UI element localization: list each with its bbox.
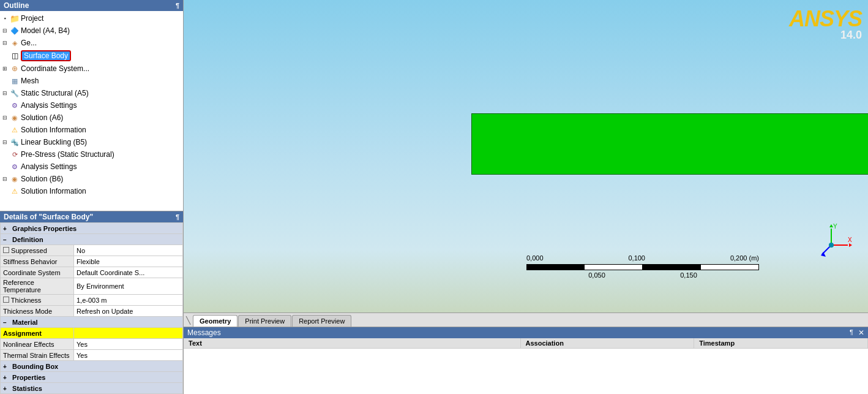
label-linear-buckling: Linear Buckling (B5) (21, 138, 87, 146)
value-thermal-strain[interactable]: Yes (74, 350, 183, 361)
outline-tree: ▪ 📁 Project ⊟ 🔷 Model (A4, B4) ⊟ ◈ Ge... (0, 11, 183, 211)
messages-pin[interactable]: ¶ (850, 328, 853, 337)
details-header: Details of "Surface Body" ¶ (0, 211, 183, 222)
row-stiffness: Stiffness Behavior Flexible (1, 256, 183, 267)
tree-item-solution-info-2[interactable]: ⚠ Solution Information (0, 185, 183, 197)
tree-item-model[interactable]: ⊟ 🔷 Model (A4, B4) (0, 25, 183, 37)
messages-body (184, 349, 868, 394)
tab-print-preview[interactable]: Print Preview (238, 315, 291, 327)
label-thickness-mode: Thickness Mode (1, 306, 74, 317)
details-content: + Graphics Properties − Definition Suppr… (0, 222, 183, 394)
tree-item-coordinate[interactable]: ⊞ ⊕ Coordinate System... (0, 63, 183, 75)
messages-title: Messages (187, 328, 221, 337)
tree-item-geometry[interactable]: ⊟ ◈ Ge... (0, 37, 183, 49)
scale-label-150: 0,150 (680, 271, 697, 279)
row-coordinate: Coordinate System Default Coordinate S..… (1, 267, 183, 278)
value-ref-temp[interactable]: By Environment (74, 278, 183, 295)
expand-buckling[interactable]: ⊟ (1, 138, 9, 146)
expand-solution-b6[interactable]: ⊟ (1, 175, 9, 183)
tree-item-prestress[interactable]: ⟳ Pre-Stress (Static Structural) (0, 148, 183, 161)
tab-geometry[interactable]: Geometry (193, 315, 238, 327)
label-prestress: Pre-Stress (Static Structural) (21, 150, 114, 159)
checkbox-thickness[interactable] (3, 297, 9, 303)
scale-labels-bottom: 0,050 0,150 (526, 271, 759, 279)
scale-label-050: 0,050 (588, 271, 605, 279)
expand-geometry[interactable]: ⊟ (1, 39, 9, 47)
messages-col-timestamp: Timestamp (694, 338, 868, 348)
value-thickness[interactable]: 1,e-003 m (74, 295, 183, 306)
section-definition[interactable]: − Definition (1, 234, 183, 245)
expand-material-icon[interactable]: − (3, 319, 10, 326)
outline-pin[interactable]: ¶ (176, 2, 179, 9)
tree-item-surface-body[interactable]: ◫ Surface Body (0, 49, 183, 63)
messages-close[interactable]: ✕ (858, 328, 864, 337)
axis-svg: X Y (810, 224, 853, 267)
tab-report-preview[interactable]: Report Preview (292, 315, 351, 327)
expand-definition-icon[interactable]: − (3, 237, 10, 243)
label-solution-b6: Solution (B6) (21, 175, 63, 183)
viewport-tabs: ╲ Geometry Print Preview Report Preview (184, 313, 868, 327)
section-properties[interactable]: + Properties (1, 372, 183, 383)
details-pin[interactable]: ¶ (176, 213, 179, 221)
tree-item-solution-info-1[interactable]: ⚠ Solution Information (0, 124, 183, 136)
expand-coordinate[interactable]: ⊞ (1, 65, 9, 72)
tree-item-project[interactable]: ▪ 📁 Project (0, 12, 183, 25)
label-analysis-settings-1: Analysis Settings (21, 101, 77, 110)
icon-geometry: ◈ (10, 38, 20, 48)
scale-labels-top: 0,000 0,100 0,200 (m) (526, 254, 759, 262)
expand-mesh (1, 77, 9, 85)
scale-label-100: 0,100 (628, 254, 645, 262)
label-solution-a6: Solution (A6) (21, 113, 63, 122)
row-thermal-strain: Thermal Strain Effects Yes (1, 350, 183, 361)
expand-info-1 (1, 126, 9, 134)
label-geometry: Ge... (21, 39, 37, 47)
section-graphics[interactable]: + Graphics Properties (1, 223, 183, 234)
value-thickness-mode[interactable]: Refresh on Update (74, 306, 183, 317)
icon-model: 🔷 (10, 26, 20, 36)
value-stiffness[interactable]: Flexible (74, 256, 183, 267)
expand-project[interactable]: ▪ (1, 15, 9, 22)
section-bounding-label: Bounding Box (12, 363, 58, 370)
label-project: Project (21, 14, 43, 23)
main-container: Outline ¶ ▪ 📁 Project ⊟ 🔷 Model (A4, B4) (0, 0, 868, 394)
tree-item-mesh[interactable]: ▦ Mesh (0, 75, 183, 87)
expand-statistics-icon[interactable]: + (3, 385, 10, 392)
expand-properties-icon[interactable]: + (3, 374, 10, 381)
label-solution-info-2: Solution Information (21, 187, 86, 195)
label-solution-info-1: Solution Information (21, 126, 86, 134)
label-analysis-settings-2: Analysis Settings (21, 162, 77, 171)
tree-item-solution-b6[interactable]: ⊟ ◉ Solution (B6) (0, 173, 183, 185)
right-panel: ANSYS 14.0 0,000 0,100 0,200 (m) (184, 0, 868, 394)
tree-item-analysis-settings-1[interactable]: ⚙ Analysis Settings (0, 99, 183, 112)
tree-item-solution-a6[interactable]: ⊟ ◉ Solution (A6) (0, 112, 183, 124)
section-bounding-box[interactable]: + Bounding Box (1, 361, 183, 372)
expand-prestress (1, 151, 9, 158)
expand-solution-a6[interactable]: ⊟ (1, 114, 9, 121)
ansys-logo: ANSYS 14.0 (789, 6, 862, 42)
section-material[interactable]: − Material (1, 317, 183, 328)
value-assignment[interactable] (74, 328, 183, 339)
icon-surface-body: ◫ (10, 51, 20, 61)
messages-col-text: Text (184, 338, 521, 348)
checkbox-suppressed[interactable] (3, 247, 9, 253)
viewport[interactable]: ANSYS 14.0 0,000 0,100 0,200 (m) (184, 0, 868, 313)
value-nonlinear[interactable]: Yes (74, 339, 183, 350)
expand-static[interactable]: ⊟ (1, 89, 9, 97)
icon-solution-b6: ◉ (10, 174, 20, 184)
tree-item-analysis-settings-2[interactable]: ⚙ Analysis Settings (0, 161, 183, 173)
tree-item-static-structural[interactable]: ⊟ 🔧 Static Structural (A5) (0, 87, 183, 99)
section-statistics[interactable]: + Statistics (1, 383, 183, 394)
expand-model[interactable]: ⊟ (1, 27, 9, 34)
expand-analysis-2 (1, 163, 9, 170)
tree-item-linear-buckling[interactable]: ⊟ 🔩 Linear Buckling (B5) (0, 136, 183, 148)
messages-col-association: Association (521, 338, 695, 348)
scale-bar: 0,000 0,100 0,200 (m) 0,050 0,150 (526, 254, 759, 279)
row-ref-temp: Reference Temperature By Environment (1, 278, 183, 295)
expand-graphics-icon[interactable]: + (3, 225, 10, 232)
expand-analysis-1 (1, 102, 9, 109)
value-coordinate-sys[interactable]: Default Coordinate S... (74, 267, 183, 278)
tab-separator: ╲ (184, 314, 193, 327)
expand-bounding-icon[interactable]: + (3, 363, 10, 370)
icon-info-1: ⚠ (10, 125, 20, 135)
label-surface-body: Surface Body (21, 50, 71, 61)
